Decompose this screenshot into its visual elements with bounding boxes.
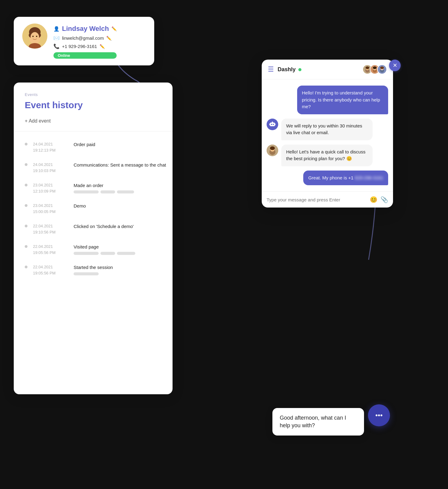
event-content: Order paid <box>74 141 173 148</box>
event-date: 24.04.2021 19:12:13 PM <box>33 141 68 153</box>
chat-messages: Hello! I'm trying to understand your pri… <box>262 79 393 191</box>
list-item: 22.04.2021 19:05:56 PM Started the sessi… <box>25 260 173 280</box>
event-date: 23.04.2021 15:00:05 PM <box>33 203 68 215</box>
event-tags <box>74 272 173 275</box>
attachment-icon[interactable]: 📎 <box>381 196 388 203</box>
event-title: Made an order <box>74 182 173 189</box>
chat-fab-button[interactable] <box>368 404 390 426</box>
message-bubble: We will reply to you within 30 minutes v… <box>281 119 373 140</box>
svg-point-21 <box>271 124 272 125</box>
online-indicator <box>298 68 301 71</box>
svg-rect-24 <box>269 123 270 125</box>
event-title: Visited page <box>74 244 173 250</box>
bot-icon <box>267 119 278 130</box>
event-tag <box>74 190 99 193</box>
contact-phone-row: 📞 +1 929-296-3161 ✏️ <box>53 43 117 49</box>
chat-fab-icon <box>373 410 384 421</box>
event-dot <box>25 163 27 166</box>
phone-icon: 📞 <box>53 43 60 49</box>
event-content: Started the session <box>74 264 173 275</box>
chat-widget: ☰ Dashly <box>262 60 393 208</box>
svg-point-11 <box>366 66 369 69</box>
event-date: 22.04.2021 19:05:56 PM <box>33 244 68 256</box>
emoji-icon[interactable]: 😊 <box>370 196 377 203</box>
event-dot <box>25 143 27 145</box>
chat-header: ☰ Dashly <box>262 60 393 79</box>
message-bot-row: We will reply to you within 30 minutes v… <box>267 119 388 140</box>
event-panel: Events Event history + Add event 24.04.2… <box>14 83 173 394</box>
event-content: Communications: Sent a message to the ch… <box>74 162 173 168</box>
chat-input-bar: 😊 📎 <box>262 191 393 208</box>
svg-point-19 <box>380 66 384 69</box>
event-content: Demo <box>74 203 173 209</box>
svg-rect-20 <box>270 123 275 126</box>
contact-email-row: ✉️ linwelch@gmail.com ✏️ <box>53 35 117 41</box>
message-outgoing-phone: Great. My phone is +1 929-296-3161 <box>267 171 388 186</box>
event-dot <box>25 204 27 207</box>
bot-greeting-text: Good afternoon, what can I help you with… <box>280 414 357 429</box>
chat-brand-name: Dashly <box>278 66 359 73</box>
bot-greeting: Good afternoon, what can I help you with… <box>272 408 364 436</box>
list-item: 22.04.2021 19:05:56 PM Visited page <box>25 239 173 260</box>
event-content: Visited page <box>74 244 173 255</box>
event-dot <box>25 245 27 248</box>
svg-point-31 <box>378 414 380 416</box>
message-agent-row: Hello! Let's have a quick call to discus… <box>267 145 388 166</box>
event-tag <box>117 252 135 255</box>
email-icon: ✉️ <box>53 35 60 41</box>
event-content: Made an order <box>74 182 173 193</box>
event-tag <box>100 190 115 193</box>
contact-name-row: 👤 Lindsay Welch ✏️ <box>53 25 117 33</box>
event-tags <box>74 252 173 255</box>
event-tag <box>74 252 99 255</box>
edit-name-icon[interactable]: ✏️ <box>111 26 117 31</box>
add-event-button[interactable]: + Add event <box>25 116 162 126</box>
event-tag <box>100 252 115 255</box>
chat-input[interactable] <box>267 197 367 202</box>
svg-point-22 <box>273 124 274 125</box>
edit-phone-icon[interactable]: ✏️ <box>100 44 105 49</box>
event-dot <box>25 225 27 227</box>
edit-email-icon[interactable]: ✏️ <box>106 36 111 41</box>
agent-avatar <box>267 145 278 156</box>
event-tag <box>117 190 134 193</box>
event-dot <box>25 266 27 268</box>
svg-rect-23 <box>272 122 273 123</box>
events-label: Events <box>25 92 162 97</box>
event-tags <box>74 190 173 193</box>
svg-point-5 <box>32 36 34 37</box>
event-title: Demo <box>74 203 173 209</box>
event-history-title: Event history <box>25 100 162 110</box>
event-title: Started the session <box>74 264 173 270</box>
event-date: 22.04.2021 19:10:56 PM <box>33 223 68 235</box>
svg-point-6 <box>36 36 37 37</box>
list-item: 24.04.2021 19:12:13 PM Order paid <box>25 137 173 157</box>
contact-phone: +1 929-296-3161 <box>62 44 97 49</box>
svg-point-32 <box>381 414 382 416</box>
svg-rect-25 <box>275 123 275 125</box>
event-title: Communications: Sent a message to the ch… <box>74 162 173 168</box>
event-date: 22.04.2021 19:05:56 PM <box>33 264 68 276</box>
list-item: 24.04.2021 19:10:03 PM Communications: S… <box>25 157 173 178</box>
avatar <box>377 64 387 74</box>
list-item: 23.04.2021 12:10:09 PM Made an order <box>25 178 173 198</box>
svg-point-15 <box>373 66 377 69</box>
event-list: 24.04.2021 19:12:13 PM Order paid 24.04.… <box>14 131 173 280</box>
svg-point-4 <box>31 32 39 42</box>
hamburger-menu-icon[interactable]: ☰ <box>268 65 274 73</box>
blurred-phone: 929-296-3161 <box>355 175 383 180</box>
list-item: 22.04.2021 19:10:56 PM Clicked on 'Sched… <box>25 219 173 239</box>
list-item: 23.04.2021 15:00:05 PM Demo <box>25 198 173 219</box>
agent-avatars <box>362 64 387 74</box>
contact-email: linwelch@gmail.com <box>62 35 104 41</box>
close-button[interactable]: ✕ <box>389 60 401 71</box>
event-date: 23.04.2021 12:10:09 PM <box>33 182 68 194</box>
svg-point-29 <box>270 146 275 150</box>
event-title: Order paid <box>74 141 173 148</box>
event-content: Clicked on 'Schedule a demo' <box>74 223 173 230</box>
avatar <box>22 24 47 49</box>
contact-name: Lindsay Welch <box>62 25 109 33</box>
contact-card: 👤 Lindsay Welch ✏️ ✉️ linwelch@gmail.com… <box>14 17 154 65</box>
event-dot <box>25 184 27 186</box>
message-bubble: Hello! I'm trying to understand your pri… <box>297 86 388 114</box>
